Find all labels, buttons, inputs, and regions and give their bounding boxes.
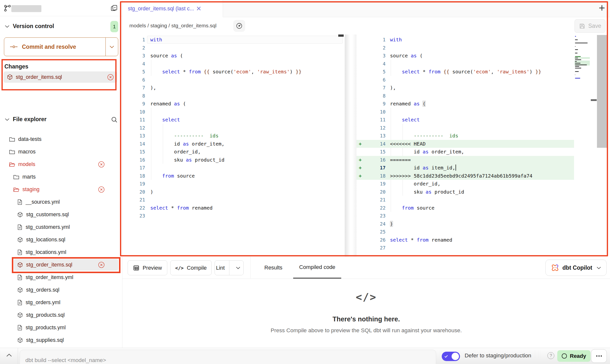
code-line-19[interactable]: 19 order_id,: [356, 180, 574, 188]
file-row-stg_order_items.sql[interactable]: stg_order_items.sql: [14, 259, 118, 271]
more-options-button[interactable]: [591, 349, 607, 363]
copy-icon[interactable]: [110, 4, 118, 12]
help-icon[interactable]: ?: [547, 352, 554, 359]
tab-compiled-code[interactable]: Compiled code: [293, 257, 341, 279]
code-line-17[interactable]: 17: [122, 164, 345, 172]
file-row-marts[interactable]: marts: [0, 171, 122, 183]
code-line-6[interactable]: 6: [356, 76, 574, 84]
preview-button[interactable]: Preview: [128, 260, 167, 275]
code-line-22[interactable]: 22 from source: [356, 204, 574, 212]
code-line-1[interactable]: 1with: [122, 36, 345, 44]
right-pane-scrollbar-thumb[interactable]: [597, 35, 607, 148]
code-line-17[interactable]: +17 id as item_id,: [356, 164, 574, 172]
code-line-2[interactable]: 2: [356, 44, 574, 52]
tab-results[interactable]: Results: [258, 257, 288, 279]
discard-change-icon[interactable]: [98, 186, 105, 193]
dbt-copilot-button[interactable]: dbt Copilot: [545, 260, 607, 276]
code-line-21[interactable]: 21: [356, 196, 574, 204]
code-line-24[interactable]: 24): [356, 220, 574, 228]
new-tab-icon[interactable]: +: [599, 2, 605, 13]
code-line-27[interactable]: 27: [356, 244, 574, 252]
commit-options-caret[interactable]: [106, 38, 118, 56]
search-icon[interactable]: [111, 116, 118, 123]
lineage-icon[interactable]: [233, 20, 245, 32]
code-line-12[interactable]: 12: [356, 124, 574, 132]
tab-stg-order-items[interactable]: stg_order_items.sql (last c... ✕: [122, 0, 223, 17]
code-line-5[interactable]: 5 select * from {{ source('ecom', 'raw_i…: [356, 68, 574, 76]
left-pane-scrollbar-thumb[interactable]: [338, 34, 344, 37]
file-row-stg_supplies.sql[interactable]: stg_supplies.sql: [0, 334, 122, 347]
code-line-7[interactable]: 7),: [356, 84, 574, 92]
file-row-macros[interactable]: macros: [0, 146, 122, 158]
code-line-16[interactable]: +16=======: [356, 156, 574, 164]
code-line-8[interactable]: 8: [122, 92, 345, 100]
code-line-2[interactable]: 2: [122, 44, 345, 52]
lint-button[interactable]: Lint: [215, 265, 226, 271]
code-line-4[interactable]: 4: [122, 60, 345, 68]
code-line-23[interactable]: 23: [356, 212, 574, 220]
file-row-stg_orders.yml[interactable]: stg_orders.yml: [0, 296, 122, 309]
code-line-3[interactable]: 3source as (: [122, 52, 345, 60]
editor-pane-left[interactable]: 1with23source as (45 select * from {{ so…: [122, 34, 345, 257]
file-row-stg_order_items.yml[interactable]: stg_order_items.yml: [0, 271, 122, 284]
code-line-12[interactable]: 12: [122, 124, 345, 132]
code-line-7[interactable]: 7),: [122, 84, 345, 92]
compile-button[interactable]: </> Compile: [170, 260, 212, 275]
defer-toggle[interactable]: [442, 352, 460, 361]
code-line-13[interactable]: 13 ---------- ids: [356, 132, 574, 140]
save-button[interactable]: Save: [575, 19, 606, 33]
code-line-10[interactable]: 10: [122, 108, 345, 116]
code-line-13[interactable]: 13 ---------- ids: [122, 132, 345, 140]
code-line-26[interactable]: 26select * from renamed: [356, 236, 574, 244]
code-line-3[interactable]: 3source as (: [356, 52, 574, 60]
discard-change-icon[interactable]: [98, 262, 105, 268]
code-line-5[interactable]: 5 select * from {{ source('ecom', 'raw_i…: [122, 68, 345, 76]
file-row-models[interactable]: models: [0, 158, 122, 171]
file-row-stg_orders.sql[interactable]: stg_orders.sql: [0, 284, 122, 296]
file-row-stg_products.yml[interactable]: stg_products.yml: [0, 321, 122, 334]
minimap[interactable]: [575, 35, 590, 81]
file-explorer-section[interactable]: File explorer: [0, 114, 122, 126]
file-row-stg_products.sql[interactable]: stg_products.sql: [0, 309, 122, 321]
code-line-20[interactable]: 20 sku as product_id: [356, 188, 574, 196]
code-line-23[interactable]: 23: [122, 212, 345, 220]
code-line-15[interactable]: 15 order_id,: [122, 148, 345, 156]
chevron-up-icon[interactable]: [6, 353, 12, 357]
code-line-9[interactable]: 9renamed as (: [356, 100, 574, 108]
file-row-stg_customers.yml[interactable]: stg_customers.yml: [0, 221, 122, 233]
code-line-9[interactable]: 9renamed as (: [122, 100, 345, 108]
lint-options-caret[interactable]: [233, 266, 243, 269]
ready-status-badge[interactable]: Ready: [557, 350, 591, 362]
code-line-19[interactable]: 19: [122, 180, 345, 188]
close-icon[interactable]: ✕: [196, 5, 202, 12]
code-line-20[interactable]: 20): [122, 188, 345, 196]
file-row-stg_locations.sql[interactable]: stg_locations.sql: [0, 233, 122, 246]
changes-file-row[interactable]: stg_order_items.sql: [3, 71, 117, 83]
command-input[interactable]: [20, 350, 436, 364]
code-line-11[interactable]: 11 select: [122, 116, 345, 124]
editor-pane-right[interactable]: 1with23source as (45 select * from {{ so…: [356, 34, 574, 257]
code-line-6[interactable]: 6: [122, 76, 345, 84]
discard-change-icon[interactable]: [98, 161, 105, 168]
code-line-14[interactable]: 14 id as order_item,: [122, 140, 345, 148]
code-line-21[interactable]: 21: [122, 196, 345, 204]
code-line-25[interactable]: 25: [356, 228, 574, 236]
file-row-stg_locations.yml[interactable]: stg_locations.yml: [0, 246, 122, 259]
file-row-data-tests[interactable]: data-tests: [0, 133, 122, 146]
commit-and-resolve-button[interactable]: Commit and resolve: [4, 38, 106, 56]
code-line-22[interactable]: 22select * from renamed: [122, 204, 345, 212]
file-row-__sources.yml[interactable]: __sources.yml: [0, 196, 122, 208]
file-row-stg_customers.sql[interactable]: stg_customers.sql: [0, 208, 122, 221]
file-row-staging[interactable]: staging: [0, 183, 122, 196]
code-line-4[interactable]: 4: [356, 60, 574, 68]
code-line-15[interactable]: 15 id as order_item,: [356, 148, 574, 156]
code-line-1[interactable]: 1with: [356, 36, 574, 44]
code-line-16[interactable]: 16 sku as product_id: [122, 156, 345, 164]
code-line-14[interactable]: +14<<<<<<< HEAD: [356, 140, 574, 148]
discard-change-icon[interactable]: [107, 74, 114, 81]
code-line-10[interactable]: 10: [356, 108, 574, 116]
code-line-8[interactable]: 8: [356, 92, 574, 100]
diff-editor[interactable]: 1with23source as (45 select * from {{ so…: [122, 34, 610, 257]
code-line-18[interactable]: 18 from source: [122, 172, 345, 180]
code-line-11[interactable]: 11 select: [356, 116, 574, 124]
